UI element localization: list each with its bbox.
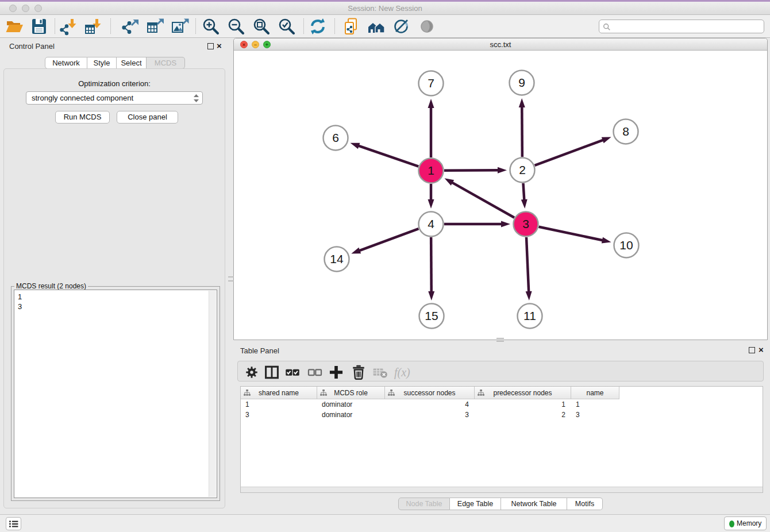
import-table-button[interactable] [84,17,102,36]
node-9[interactable]: 9 [510,71,534,95]
cell-shared-name[interactable]: 1 [241,399,317,410]
export-image-button[interactable] [171,17,189,36]
table-panel-float-button[interactable] [749,347,755,353]
mcds-result-textarea[interactable]: 13 [14,290,217,498]
edge-arrowhead-1-2 [498,167,507,174]
cell-shared-name[interactable]: 3 [241,410,317,420]
split-panel-button[interactable] [264,365,279,380]
cell-MCDS-role[interactable]: dominator [317,410,385,420]
node-4[interactable]: 4 [419,212,444,237]
task-history-button[interactable] [6,517,21,530]
cell-name[interactable]: 1 [571,399,619,410]
network-canvas[interactable]: 1234678910111415 [234,51,767,340]
clone-network-button[interactable] [342,17,360,36]
zoom-fit-button[interactable] [252,17,271,36]
result-scrollbar-track[interactable] [209,291,216,497]
table-row-1[interactable]: 1dominator411 [241,399,619,410]
node-label-14: 14 [330,252,344,265]
edge-2-3[interactable] [523,183,524,201]
column-header-predecessor-nodes[interactable]: predecessor nodes [475,387,571,399]
node-2[interactable]: 2 [510,158,535,183]
column-header-MCDS-role[interactable]: MCDS role [317,387,385,399]
column-header-successor-nodes[interactable]: successor nodes [385,387,475,399]
column-header-shared-name[interactable]: shared name [241,387,317,399]
edge-arrowhead-3-1 [445,178,455,186]
node-6[interactable]: 6 [324,126,348,151]
edge-arrowhead-2-9 [519,98,525,107]
edge-4-14[interactable] [359,229,418,251]
tab-network-table[interactable]: Network Table [501,498,567,510]
node-3[interactable]: 3 [514,212,538,237]
node-label-8: 8 [622,125,629,138]
cell-successor-nodes[interactable]: 3 [385,410,475,420]
memory-button[interactable]: Memory [724,516,767,530]
deselect-all-checkboxes-button[interactable] [307,365,322,380]
window-top-accent [0,0,770,2]
first-neighbors-button[interactable] [367,17,386,36]
cell-MCDS-role[interactable]: dominator [317,399,385,410]
toolbar-separator [55,18,55,34]
control-panel-float-button[interactable] [207,43,214,49]
cell-successor-nodes[interactable]: 4 [385,399,475,410]
node-1[interactable]: 1 [419,159,444,183]
node-8[interactable]: 8 [614,119,638,144]
zoom-out-button[interactable] [227,17,245,36]
export-table-button[interactable] [146,17,164,36]
function-builder-button[interactable]: f(x) [393,365,413,380]
tab-network[interactable]: Network [45,57,87,69]
save-session-button[interactable] [30,17,48,36]
run-mcds-button[interactable]: Run MCDS [55,111,110,124]
show-hidden-button[interactable] [418,17,436,36]
network-window-titlebar[interactable]: × − + scc.txt [234,38,767,51]
import-network-button[interactable] [59,17,78,36]
edge-arrowhead-4-15 [428,291,434,300]
column-settings-button[interactable] [244,365,259,380]
table-horizontal-scrollbar[interactable] [241,487,763,492]
edge-2-9[interactable] [522,106,522,157]
tab-edge-table[interactable]: Edge Table [450,498,501,510]
delete-table-button[interactable] [373,365,388,380]
column-header-label: MCDS role [317,389,384,397]
tab-select[interactable]: Select [117,57,147,69]
node-15[interactable]: 15 [419,304,444,329]
add-column-button[interactable] [329,365,344,380]
tab-motifs[interactable]: Motifs [567,498,603,510]
node-14[interactable]: 14 [325,247,349,272]
tab-style[interactable]: Style [87,57,117,69]
edge-1-6[interactable] [358,145,418,166]
edge-1-2[interactable] [444,170,499,171]
edge-4-15[interactable] [431,237,432,292]
horizontal-splitter-handle[interactable] [496,338,504,342]
node-label-7: 7 [428,76,434,90]
delete-column-button[interactable] [351,365,366,380]
edge-3-1[interactable] [452,182,514,218]
search-input[interactable] [613,21,761,32]
cell-name[interactable]: 3 [571,410,619,420]
vertical-splitter-handle[interactable] [228,276,234,282]
node-11[interactable]: 11 [518,304,542,329]
edge-3-11[interactable] [526,237,529,292]
refresh-layout-button[interactable] [309,17,327,36]
zoom-in-button[interactable] [202,17,220,36]
tab-node-table[interactable]: Node Table [398,498,450,510]
tab-mcds[interactable]: MCDS [147,57,185,69]
zoom-selected-button[interactable] [278,17,296,36]
close-panel-button[interactable]: Close panel [117,111,178,124]
column-header-name[interactable]: name [571,387,619,399]
open-file-button[interactable] [5,17,24,36]
cell-predecessor-nodes[interactable]: 2 [475,410,571,420]
search-box[interactable] [599,20,764,33]
cell-predecessor-nodes[interactable]: 1 [475,399,571,410]
node-10[interactable]: 10 [614,233,639,258]
node-7[interactable]: 7 [419,71,444,96]
criterion-dropdown[interactable]: strongly connected component [26,91,203,105]
edge-2-8[interactable] [535,140,604,165]
edge-3-10[interactable] [539,227,603,241]
select-all-checkboxes-button[interactable] [285,365,300,380]
control-panel-close-button[interactable]: × [217,39,222,53]
export-network-button[interactable] [121,17,140,36]
hide-selected-button[interactable] [392,17,411,36]
table-panel-close-button[interactable]: × [759,343,764,357]
column-header-label: shared name [241,389,317,397]
table-row-3[interactable]: 3dominator323 [241,410,619,420]
